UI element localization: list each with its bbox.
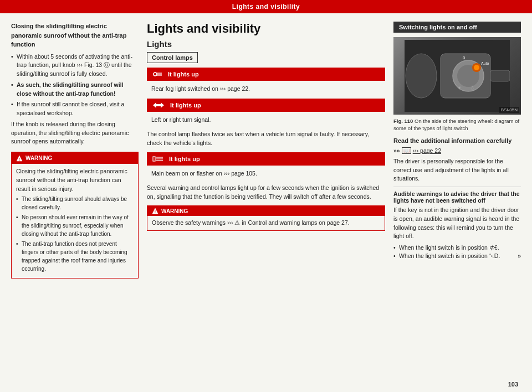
right-box-title: Switching lights on and off [393,22,521,33]
wc-item-0: Closing the sliding/tilting electric pan… [16,167,134,193]
svg-rect-25 [490,70,510,81]
fig-caption-text: On the side of the steering wheel: diagr… [393,118,519,131]
dial-svg: 0 Auto ☀ ☃ [405,40,510,112]
section-title: Lights and visibility [147,22,385,36]
svg-point-15 [406,54,437,98]
read-ref: »» 📖 ››› page 22 [393,147,521,154]
svg-text:☃: ☃ [470,85,474,91]
fig-caption-label: Fig. 110 [393,118,413,124]
lamp3-description: Main beam on or flasher on ››› page 105. [147,168,385,179]
svg-rect-8 [153,157,155,161]
wc-item-3: The anti-trap function does not prevent … [16,240,134,273]
left-column: Closing the sliding/tilting electric pan… [11,22,139,373]
main-beam-icon [152,155,163,163]
header-title: Lights and visibility [232,3,300,11]
lamp-item-3: It lights up [147,152,385,166]
wc-item-1: The sliding/tilting sunroof should alway… [16,195,134,212]
lamp1-description: Rear fog light switched on ››› page 22. [147,83,385,94]
right-description-1: The driver is personally responsible for… [393,157,521,183]
left-para-2: As such, the sliding/tilting sunroof wil… [11,81,139,99]
svg-text:0: 0 [463,55,466,60]
main-beam-svg [152,155,163,163]
left-para-4: If the knob is released during the closi… [11,120,139,146]
mid-warning-content: Observe the safety warnings ››› ⚠ in Con… [147,216,385,230]
wc-item-2: No person should ever remain in the way … [16,213,134,238]
lamp-item-1: It lights up [147,68,385,81]
lamp-item-2: It lights up [147,99,385,112]
svg-point-2 [154,73,157,76]
lamp1-label: It lights up [168,71,199,78]
fog-light-svg [152,70,162,78]
read-additional-title: Read the additional information carefull… [393,137,521,145]
main-content: Closing the sliding/tilting electric pan… [0,13,532,378]
svg-marker-7 [158,102,164,108]
mid-warning-header: ! WARNING [147,206,385,216]
svg-text:☀: ☀ [457,85,462,91]
left-para-1: Within about 5 seconds of activating the… [11,53,139,79]
left-warning-box: ! WARNING Closing the sliding/tilting el… [11,152,139,278]
turn-signal-icon [152,101,165,109]
audible-title: Audible warnings to advise the driver th… [393,190,521,204]
mid-warning-box: ! WARNING Observe the safety warnings ››… [147,205,385,231]
image-code: BSI-05N [499,107,519,113]
lamp2-label: It lights up [170,102,201,109]
warning-triangle-icon: ! [16,155,23,162]
mid-warning-triangle-icon: ! [152,208,158,214]
steering-wheel-image: 0 Auto ☀ ☃ BSI-05N [393,37,521,115]
svg-text:!: ! [19,157,20,161]
read-ref-chevron: »» [393,147,400,154]
svg-marker-6 [153,102,158,108]
middle-column: Lights and visibility Lights Control lam… [147,22,385,373]
right-bullet-2: When the light switch is in position ␇D.… [393,252,521,260]
read-ref-page: ››› page 22 [413,147,441,154]
header-bar: Lights and visibility [0,0,532,13]
svg-text:!: ! [155,210,156,214]
left-warning-content: Closing the sliding/tilting electric pan… [12,164,138,278]
lamp2-extra: The control lamp flashes twice as fast w… [147,130,385,148]
svg-text:Auto: Auto [481,61,489,65]
right-chevron: » [518,252,521,259]
right-bullet-1: When the light switch is in position ⊄€. [393,244,521,251]
control-lamps-label: Control lamps [147,52,198,63]
fog-lamp-icon [152,70,162,78]
mid-description: Several warning and control lamps light … [147,183,385,202]
dial-area: 0 Auto ☀ ☃ [393,37,521,115]
lamp2-description: Left or right turn signal. [147,114,385,125]
audible-description: If the key is not in the ignition and th… [393,206,521,241]
right-column: Switching lights on and off [393,22,521,373]
turn-signal-svg [152,101,165,109]
left-para-3: If the sunroof still cannot be closed, v… [11,100,139,118]
right-divider [393,187,521,187]
fig-caption: Fig. 110 On the side of the steering whe… [393,117,521,132]
svg-point-22 [474,65,479,70]
page: Lights and visibility Closing the slidin… [0,0,532,392]
lamp3-label: It lights up [169,156,200,162]
lights-subtitle: Lights [147,39,385,49]
page-number: 103 [0,378,532,392]
left-title: Closing the sliding/tilting electric pan… [11,22,139,49]
read-ref-book-icon: 📖 [402,147,411,154]
left-warning-header: ! WARNING [12,152,138,164]
